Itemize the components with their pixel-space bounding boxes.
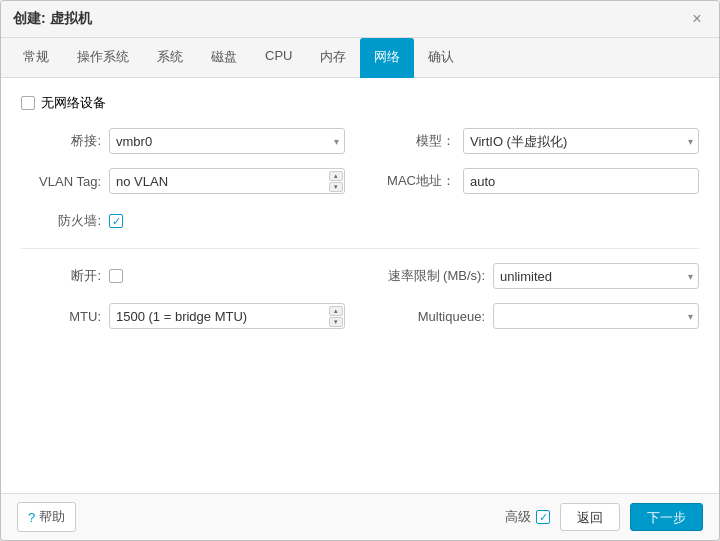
form-grid: 桥接: vmbr0 ▾ 模型： VirtIO (半虚拟化) ▾ xyxy=(21,126,699,236)
help-label: 帮助 xyxy=(39,508,65,526)
mtu-spinner-wrapper: ▴ ▾ xyxy=(109,303,345,329)
rate-select-wrapper: unlimited ▾ xyxy=(493,263,699,289)
vlan-input[interactable] xyxy=(109,168,345,194)
vlan-label: VLAN Tag: xyxy=(21,174,101,189)
firewall-checkbox[interactable] xyxy=(109,214,123,228)
mtu-label: MTU: xyxy=(21,309,101,324)
help-icon: ? xyxy=(28,510,35,525)
empty-row-right xyxy=(375,206,699,236)
rate-row: 速率限制 (MB/s): unlimited ▾ xyxy=(375,261,699,291)
multiqueue-label: Multiqueue: xyxy=(375,309,485,324)
no-device-row: 无网络设备 xyxy=(21,94,699,112)
tab-memory[interactable]: 内存 xyxy=(306,38,360,78)
bridge-row: 桥接: vmbr0 ▾ xyxy=(21,126,345,156)
dialog-title: 创建: 虚拟机 xyxy=(13,10,92,28)
form-content: 无网络设备 桥接: vmbr0 ▾ 模型： VirtIO (半虚拟化) xyxy=(1,78,719,493)
mac-row: MAC地址： xyxy=(375,166,699,196)
model-select-wrapper: VirtIO (半虚拟化) ▾ xyxy=(463,128,699,154)
firewall-row: 防火墙: xyxy=(21,206,345,236)
multiqueue-row: Multiqueue: ▾ xyxy=(375,301,699,331)
tab-confirm[interactable]: 确认 xyxy=(414,38,468,78)
close-button[interactable]: × xyxy=(687,9,707,29)
mtu-up[interactable]: ▴ xyxy=(329,306,343,316)
tab-network[interactable]: 网络 xyxy=(360,38,414,78)
bridge-select[interactable]: vmbr0 xyxy=(109,128,345,154)
section-divider xyxy=(21,248,699,249)
tab-general[interactable]: 常规 xyxy=(9,38,63,78)
mac-input[interactable] xyxy=(463,168,699,194)
create-vm-dialog: 创建: 虚拟机 × 常规 操作系统 系统 磁盘 CPU 内存 网络 确认 无网络… xyxy=(0,0,720,541)
rate-label: 速率限制 (MB/s): xyxy=(375,267,485,285)
disconnect-row: 断开: xyxy=(21,261,345,291)
advanced-label: 高级 xyxy=(505,508,531,526)
firewall-label: 防火墙: xyxy=(21,212,101,230)
model-label: 模型： xyxy=(375,132,455,150)
multiqueue-select-wrapper: ▾ xyxy=(493,303,699,329)
tab-cpu[interactable]: CPU xyxy=(251,38,306,78)
advanced-checkbox[interactable] xyxy=(536,510,550,524)
vlan-spinner-wrapper: ▴ ▾ xyxy=(109,168,345,194)
disconnect-checkbox[interactable] xyxy=(109,269,123,283)
tab-bar: 常规 操作系统 系统 磁盘 CPU 内存 网络 确认 xyxy=(1,38,719,78)
bridge-select-wrapper: vmbr0 ▾ xyxy=(109,128,345,154)
no-device-checkbox[interactable] xyxy=(21,96,35,110)
form-grid-2: 断开: 速率限制 (MB/s): unlimited ▾ MTU: xyxy=(21,261,699,331)
mtu-spinners: ▴ ▾ xyxy=(329,306,343,327)
next-button[interactable]: 下一步 xyxy=(630,503,703,531)
back-button[interactable]: 返回 xyxy=(560,503,620,531)
mac-label: MAC地址： xyxy=(375,172,455,190)
footer-right: 高级 返回 下一步 xyxy=(505,503,703,531)
model-row: 模型： VirtIO (半虚拟化) ▾ xyxy=(375,126,699,156)
title-bar: 创建: 虚拟机 × xyxy=(1,1,719,38)
vlan-up[interactable]: ▴ xyxy=(329,171,343,181)
mtu-row: MTU: ▴ ▾ xyxy=(21,301,345,331)
vlan-down[interactable]: ▾ xyxy=(329,182,343,192)
help-button[interactable]: ? 帮助 xyxy=(17,502,76,532)
rate-select[interactable]: unlimited xyxy=(493,263,699,289)
tab-os[interactable]: 操作系统 xyxy=(63,38,143,78)
no-device-label: 无网络设备 xyxy=(41,94,106,112)
vlan-spinners: ▴ ▾ xyxy=(329,171,343,192)
multiqueue-select[interactable] xyxy=(493,303,699,329)
advanced-row: 高级 xyxy=(505,508,550,526)
footer: ? 帮助 高级 返回 下一步 xyxy=(1,493,719,540)
mtu-down[interactable]: ▾ xyxy=(329,317,343,327)
tab-disk[interactable]: 磁盘 xyxy=(197,38,251,78)
model-select[interactable]: VirtIO (半虚拟化) xyxy=(463,128,699,154)
mtu-input[interactable] xyxy=(109,303,345,329)
disconnect-label: 断开: xyxy=(21,267,101,285)
tab-system[interactable]: 系统 xyxy=(143,38,197,78)
bridge-label: 桥接: xyxy=(21,132,101,150)
vlan-row: VLAN Tag: ▴ ▾ xyxy=(21,166,345,196)
